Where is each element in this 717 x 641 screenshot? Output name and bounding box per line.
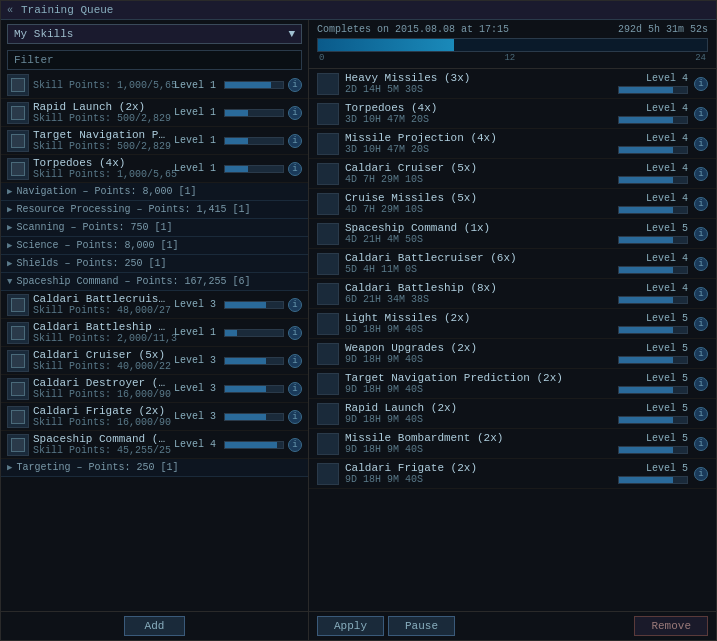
- info-button[interactable]: i: [694, 377, 708, 391]
- skill-bar: [224, 301, 284, 309]
- info-button[interactable]: i: [694, 197, 708, 211]
- info-button[interactable]: i: [288, 78, 302, 92]
- queue-skill-icon: [317, 373, 339, 395]
- list-item: Skill Points: 1,000/5,65 Level 1 i: [1, 72, 308, 99]
- pause-button[interactable]: Pause: [388, 616, 455, 636]
- timeline-label-12: 12: [504, 53, 515, 63]
- info-button[interactable]: i: [694, 257, 708, 271]
- group-resource-processing[interactable]: ▶ Resource Processing – Points: 1,415 [1…: [1, 201, 308, 219]
- skill-level: Level 1: [174, 327, 216, 338]
- queue-name: Caldari Cruiser (5x): [345, 162, 612, 174]
- queue-text: Caldari Battlecruiser (6x) 5D 4H 11M 0S: [345, 252, 612, 275]
- group-navigation[interactable]: ▶ Navigation – Points: 8,000 [1]: [1, 183, 308, 201]
- skill-bar: [224, 329, 284, 337]
- skill-level: Level 3: [174, 411, 216, 422]
- completion-text: Completes on 2015.08.08 at 17:15: [317, 24, 509, 35]
- expand-icon: ▶: [7, 258, 12, 269]
- chevron-icon[interactable]: «: [7, 5, 13, 16]
- info-button[interactable]: i: [694, 227, 708, 241]
- group-label: Shields – Points: 250 [1]: [16, 258, 166, 269]
- info-button[interactable]: i: [288, 106, 302, 120]
- info-button[interactable]: i: [288, 134, 302, 148]
- queue-list[interactable]: Heavy Missiles (3x) 2D 14H 5M 30S Level …: [309, 69, 716, 611]
- info-button[interactable]: i: [288, 382, 302, 396]
- queue-time: 9D 18H 9M 40S: [345, 474, 612, 485]
- skill-text: Spaceship Command (1x) Skill Points: 45,…: [33, 433, 170, 456]
- skill-icon: [7, 158, 29, 180]
- queue-level: Level 5: [646, 403, 688, 414]
- skills-dropdown[interactable]: My Skills ▼: [7, 24, 302, 44]
- info-button[interactable]: i: [694, 287, 708, 301]
- info-button[interactable]: i: [288, 354, 302, 368]
- queue-item: Torpedoes (4x) 3D 10H 47M 20S Level 4 i: [309, 99, 716, 129]
- skill-text: Caldari Battleship (8x) Skill Points: 2,…: [33, 321, 170, 344]
- info-button[interactable]: i: [694, 347, 708, 361]
- main-window: « Training Queue My Skills ▼ Filter Skil…: [0, 0, 717, 641]
- queue-bar: [618, 386, 688, 394]
- queue-name: Missile Projection (4x): [345, 132, 612, 144]
- skill-points: Skill Points: 16,000/90: [33, 389, 170, 400]
- group-targeting[interactable]: ▶ Targeting – Points: 250 [1]: [1, 459, 308, 477]
- info-button[interactable]: i: [694, 317, 708, 331]
- queue-text: Heavy Missiles (3x) 2D 14H 5M 30S: [345, 72, 612, 95]
- info-button[interactable]: i: [288, 326, 302, 340]
- queue-bar: [618, 356, 688, 364]
- group-spaceship-command[interactable]: ▼ Spaceship Command – Points: 167,255 [6…: [1, 273, 308, 291]
- queue-skill-icon: [317, 283, 339, 305]
- queue-level: Level 4: [646, 103, 688, 114]
- footer-left-buttons: Apply Pause: [317, 616, 455, 636]
- queue-skill-icon: [317, 193, 339, 215]
- group-shields[interactable]: ▶ Shields – Points: 250 [1]: [1, 255, 308, 273]
- skill-points: Skill Points: 1,000/5,65: [33, 169, 170, 180]
- queue-bar: [618, 206, 688, 214]
- skill-icon: [7, 378, 29, 400]
- queue-time: 4D 7H 29M 10S: [345, 204, 612, 215]
- queue-item: Weapon Upgrades (2x) 9D 18H 9M 40S Level…: [309, 339, 716, 369]
- apply-button[interactable]: Apply: [317, 616, 384, 636]
- skill-text: Torpedoes (4x) Skill Points: 1,000/5,65: [33, 157, 170, 180]
- queue-skill-icon: [317, 313, 339, 335]
- queue-time: 9D 18H 9M 40S: [345, 324, 612, 335]
- info-button[interactable]: i: [288, 298, 302, 312]
- queue-right: Level 5: [618, 403, 688, 424]
- queue-time: 3D 10H 47M 20S: [345, 144, 612, 155]
- queue-time: 6D 21H 34M 38S: [345, 294, 612, 305]
- skill-name: Torpedoes (4x): [33, 157, 170, 169]
- queue-level: Level 4: [646, 283, 688, 294]
- skill-text: Caldari Cruiser (5x) Skill Points: 40,00…: [33, 349, 170, 372]
- queue-skill-icon: [317, 343, 339, 365]
- queue-name: Light Missiles (2x): [345, 312, 612, 324]
- info-button[interactable]: i: [288, 410, 302, 424]
- info-button[interactable]: i: [694, 137, 708, 151]
- group-label: Scanning – Points: 750 [1]: [16, 222, 172, 233]
- queue-text: Torpedoes (4x) 3D 10H 47M 20S: [345, 102, 612, 125]
- queue-text: Caldari Cruiser (5x) 4D 7H 29M 10S: [345, 162, 612, 185]
- left-skill-list[interactable]: Skill Points: 1,000/5,65 Level 1 i Rapid…: [1, 72, 308, 611]
- info-button[interactable]: i: [288, 438, 302, 452]
- skill-points: Skill Points: 45,255/25: [33, 445, 170, 456]
- add-button[interactable]: Add: [124, 616, 186, 636]
- info-button[interactable]: i: [694, 407, 708, 421]
- queue-skill-icon: [317, 463, 339, 485]
- info-button[interactable]: i: [694, 437, 708, 451]
- timeline-label-0: 0: [319, 53, 324, 63]
- queue-time: 3D 10H 47M 20S: [345, 114, 612, 125]
- info-button[interactable]: i: [694, 107, 708, 121]
- queue-bar: [618, 476, 688, 484]
- skill-points: Skill Points: 2,000/11,3: [33, 333, 170, 344]
- queue-time: 4D 21H 4M 50S: [345, 234, 612, 245]
- dropdown-arrow: ▼: [288, 28, 295, 40]
- info-button[interactable]: i: [694, 77, 708, 91]
- group-science[interactable]: ▶ Science – Points: 8,000 [1]: [1, 237, 308, 255]
- info-button[interactable]: i: [694, 467, 708, 481]
- queue-item: Caldari Frigate (2x) 9D 18H 9M 40S Level…: [309, 459, 716, 489]
- group-scanning[interactable]: ▶ Scanning – Points: 750 [1]: [1, 219, 308, 237]
- remove-button[interactable]: Remove: [634, 616, 708, 636]
- skill-level: Level 4: [174, 439, 216, 450]
- queue-bar: [618, 146, 688, 154]
- queue-right: Level 5: [618, 313, 688, 334]
- info-button[interactable]: i: [694, 167, 708, 181]
- skill-level: Level 3: [174, 383, 216, 394]
- info-button[interactable]: i: [288, 162, 302, 176]
- skill-text: Target Navigation Predict Skill Points: …: [33, 129, 170, 152]
